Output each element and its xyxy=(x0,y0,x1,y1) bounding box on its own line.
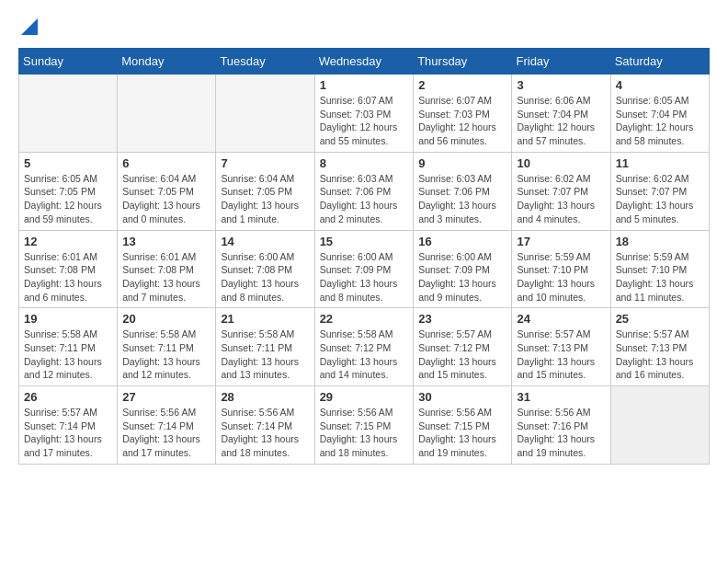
calendar-day: 27Sunrise: 5:56 AM Sunset: 7:14 PM Dayli… xyxy=(118,386,216,465)
calendar-week-row: 26Sunrise: 5:57 AM Sunset: 7:14 PM Dayli… xyxy=(19,386,710,465)
calendar-week-row: 19Sunrise: 5:58 AM Sunset: 7:11 PM Dayli… xyxy=(19,308,710,386)
day-number: 28 xyxy=(221,390,309,404)
calendar-day: 28Sunrise: 5:56 AM Sunset: 7:14 PM Dayli… xyxy=(216,386,314,465)
calendar-day: 22Sunrise: 5:58 AM Sunset: 7:12 PM Dayli… xyxy=(314,308,414,386)
day-info: Sunrise: 6:00 AM Sunset: 7:09 PM Dayligh… xyxy=(418,250,506,304)
calendar-day: 21Sunrise: 5:58 AM Sunset: 7:11 PM Dayli… xyxy=(216,308,314,386)
calendar-header-thursday: Thursday xyxy=(414,49,512,75)
calendar-day: 18Sunrise: 5:59 AM Sunset: 7:10 PM Dayli… xyxy=(610,230,709,308)
logo xyxy=(18,18,38,39)
day-info: Sunrise: 5:58 AM Sunset: 7:11 PM Dayligh… xyxy=(122,327,210,382)
day-info: Sunrise: 6:03 AM Sunset: 7:06 PM Dayligh… xyxy=(320,172,409,226)
day-number: 9 xyxy=(418,156,506,170)
day-number: 8 xyxy=(320,156,409,170)
day-number: 15 xyxy=(320,235,409,248)
day-info: Sunrise: 6:00 AM Sunset: 7:09 PM Dayligh… xyxy=(320,250,409,304)
day-info: Sunrise: 6:03 AM Sunset: 7:06 PM Dayligh… xyxy=(418,172,506,226)
day-info: Sunrise: 5:56 AM Sunset: 7:14 PM Dayligh… xyxy=(221,406,309,460)
calendar-day: 11Sunrise: 6:02 AM Sunset: 7:07 PM Dayli… xyxy=(610,152,709,230)
calendar-day: 1Sunrise: 6:07 AM Sunset: 7:03 PM Daylig… xyxy=(314,75,414,153)
calendar-day: 20Sunrise: 5:58 AM Sunset: 7:11 PM Dayli… xyxy=(118,308,216,386)
day-info: Sunrise: 5:56 AM Sunset: 7:15 PM Dayligh… xyxy=(418,406,506,460)
day-number: 12 xyxy=(24,235,112,248)
day-info: Sunrise: 6:02 AM Sunset: 7:07 PM Dayligh… xyxy=(517,172,605,226)
calendar-day: 31Sunrise: 5:56 AM Sunset: 7:16 PM Dayli… xyxy=(512,386,610,465)
day-number: 22 xyxy=(320,312,409,326)
page-header xyxy=(18,18,710,39)
day-info: Sunrise: 5:57 AM Sunset: 7:14 PM Dayligh… xyxy=(24,406,112,460)
calendar-day: 30Sunrise: 5:56 AM Sunset: 7:15 PM Dayli… xyxy=(414,386,512,465)
day-info: Sunrise: 6:01 AM Sunset: 7:08 PM Dayligh… xyxy=(24,250,112,304)
day-number: 5 xyxy=(24,156,112,170)
day-number: 29 xyxy=(320,390,409,404)
calendar-day xyxy=(118,75,216,153)
calendar-day: 15Sunrise: 6:00 AM Sunset: 7:09 PM Dayli… xyxy=(314,230,414,308)
calendar-day: 25Sunrise: 5:57 AM Sunset: 7:13 PM Dayli… xyxy=(610,308,709,386)
day-number: 24 xyxy=(517,312,605,326)
day-number: 10 xyxy=(517,156,605,170)
calendar-day: 6Sunrise: 6:04 AM Sunset: 7:05 PM Daylig… xyxy=(118,152,216,230)
day-info: Sunrise: 6:04 AM Sunset: 7:05 PM Dayligh… xyxy=(122,172,210,226)
calendar-day: 4Sunrise: 6:05 AM Sunset: 7:04 PM Daylig… xyxy=(610,75,709,153)
calendar-day: 3Sunrise: 6:06 AM Sunset: 7:04 PM Daylig… xyxy=(512,75,610,153)
day-number: 7 xyxy=(221,156,309,170)
calendar-day: 16Sunrise: 6:00 AM Sunset: 7:09 PM Dayli… xyxy=(414,230,512,308)
calendar-day: 17Sunrise: 5:59 AM Sunset: 7:10 PM Dayli… xyxy=(512,230,610,308)
day-number: 31 xyxy=(517,390,605,404)
day-info: Sunrise: 5:56 AM Sunset: 7:15 PM Dayligh… xyxy=(320,406,409,460)
calendar-day: 10Sunrise: 6:02 AM Sunset: 7:07 PM Dayli… xyxy=(512,152,610,230)
day-info: Sunrise: 5:57 AM Sunset: 7:13 PM Dayligh… xyxy=(616,327,704,382)
day-number: 26 xyxy=(24,390,112,404)
day-info: Sunrise: 5:56 AM Sunset: 7:14 PM Dayligh… xyxy=(122,406,210,460)
day-number: 4 xyxy=(616,78,704,92)
day-info: Sunrise: 5:56 AM Sunset: 7:16 PM Dayligh… xyxy=(517,406,605,460)
day-info: Sunrise: 5:58 AM Sunset: 7:11 PM Dayligh… xyxy=(24,327,112,382)
calendar-day: 12Sunrise: 6:01 AM Sunset: 7:08 PM Dayli… xyxy=(19,230,118,308)
svg-marker-0 xyxy=(21,18,38,35)
calendar-day: 7Sunrise: 6:04 AM Sunset: 7:05 PM Daylig… xyxy=(216,152,314,230)
calendar-header-wednesday: Wednesday xyxy=(314,49,414,75)
calendar-header-monday: Monday xyxy=(118,49,216,75)
day-info: Sunrise: 5:57 AM Sunset: 7:12 PM Dayligh… xyxy=(418,327,506,382)
calendar-day: 26Sunrise: 5:57 AM Sunset: 7:14 PM Dayli… xyxy=(19,386,118,465)
calendar-week-row: 12Sunrise: 6:01 AM Sunset: 7:08 PM Dayli… xyxy=(19,230,710,308)
calendar-header-row: SundayMondayTuesdayWednesdayThursdayFrid… xyxy=(19,49,710,75)
calendar-week-row: 1Sunrise: 6:07 AM Sunset: 7:03 PM Daylig… xyxy=(19,75,710,153)
day-info: Sunrise: 6:02 AM Sunset: 7:07 PM Dayligh… xyxy=(616,172,704,226)
calendar-day: 13Sunrise: 6:01 AM Sunset: 7:08 PM Dayli… xyxy=(118,230,216,308)
day-number: 3 xyxy=(517,78,605,92)
calendar-day: 24Sunrise: 5:57 AM Sunset: 7:13 PM Dayli… xyxy=(512,308,610,386)
calendar-day xyxy=(216,75,314,153)
day-info: Sunrise: 6:07 AM Sunset: 7:03 PM Dayligh… xyxy=(418,94,506,148)
day-number: 2 xyxy=(418,78,506,92)
day-number: 14 xyxy=(221,235,309,248)
day-info: Sunrise: 6:01 AM Sunset: 7:08 PM Dayligh… xyxy=(122,250,210,304)
day-number: 19 xyxy=(24,312,112,326)
day-info: Sunrise: 5:58 AM Sunset: 7:12 PM Dayligh… xyxy=(320,327,409,382)
calendar-header-sunday: Sunday xyxy=(19,49,118,75)
day-number: 21 xyxy=(221,312,309,326)
day-info: Sunrise: 5:57 AM Sunset: 7:13 PM Dayligh… xyxy=(517,327,605,382)
day-info: Sunrise: 6:06 AM Sunset: 7:04 PM Dayligh… xyxy=(517,94,605,148)
day-number: 6 xyxy=(122,156,210,170)
day-info: Sunrise: 6:05 AM Sunset: 7:04 PM Dayligh… xyxy=(616,94,704,148)
day-number: 13 xyxy=(122,235,210,248)
day-number: 1 xyxy=(320,78,409,92)
calendar-day: 29Sunrise: 5:56 AM Sunset: 7:15 PM Dayli… xyxy=(314,386,414,465)
day-info: Sunrise: 5:58 AM Sunset: 7:11 PM Dayligh… xyxy=(221,327,309,382)
day-number: 11 xyxy=(616,156,704,170)
calendar-day: 8Sunrise: 6:03 AM Sunset: 7:06 PM Daylig… xyxy=(314,152,414,230)
day-info: Sunrise: 6:07 AM Sunset: 7:03 PM Dayligh… xyxy=(320,94,409,148)
day-number: 27 xyxy=(122,390,210,404)
calendar-table: SundayMondayTuesdayWednesdayThursdayFrid… xyxy=(18,48,710,465)
day-number: 20 xyxy=(122,312,210,326)
calendar-day: 23Sunrise: 5:57 AM Sunset: 7:12 PM Dayli… xyxy=(414,308,512,386)
calendar-header-friday: Friday xyxy=(512,49,610,75)
calendar-header-saturday: Saturday xyxy=(610,49,709,75)
day-info: Sunrise: 5:59 AM Sunset: 7:10 PM Dayligh… xyxy=(517,250,605,304)
calendar-week-row: 5Sunrise: 6:05 AM Sunset: 7:05 PM Daylig… xyxy=(19,152,710,230)
day-info: Sunrise: 6:04 AM Sunset: 7:05 PM Dayligh… xyxy=(221,172,309,226)
calendar-day: 2Sunrise: 6:07 AM Sunset: 7:03 PM Daylig… xyxy=(414,75,512,153)
calendar-day: 19Sunrise: 5:58 AM Sunset: 7:11 PM Dayli… xyxy=(19,308,118,386)
calendar-day: 9Sunrise: 6:03 AM Sunset: 7:06 PM Daylig… xyxy=(414,152,512,230)
